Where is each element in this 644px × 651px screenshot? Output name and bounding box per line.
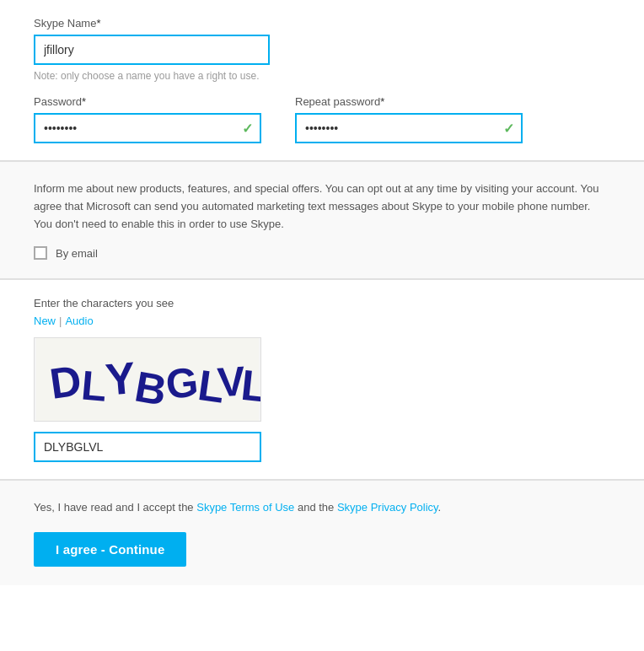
password-input-wrap: ✓ xyxy=(34,113,261,143)
agreement-text-before: Yes, I have read and I accept the xyxy=(34,501,196,514)
skype-name-label-text: Skype Name xyxy=(34,17,96,30)
captcha-separator: | xyxy=(59,315,62,327)
email-checkbox[interactable] xyxy=(34,246,47,260)
repeat-password-input[interactable] xyxy=(295,113,523,143)
svg-text:G: G xyxy=(164,359,201,408)
agreement-text: Yes, I have read and I accept the Skype … xyxy=(34,499,610,517)
terms-link[interactable]: Skype Terms of Use xyxy=(196,501,294,514)
agreement-text-after: . xyxy=(438,501,442,514)
credentials-section: Skype Name* Note: only choose a name you… xyxy=(0,0,644,161)
agree-continue-button[interactable]: I agree - Continue xyxy=(34,532,186,567)
captcha-section: Enter the characters you see New|Audio D… xyxy=(0,279,644,480)
password-label: Password* xyxy=(34,95,261,108)
privacy-link[interactable]: Skype Privacy Policy xyxy=(337,501,438,514)
repeat-password-label: Repeat password* xyxy=(295,95,523,108)
email-checkbox-label: By email xyxy=(56,247,98,260)
password-checkmark: ✓ xyxy=(242,121,253,137)
skype-name-label: Skype Name* xyxy=(34,17,610,30)
repeat-password-input-wrap: ✓ xyxy=(295,113,523,143)
skype-name-note: Note: only choose a name you have a righ… xyxy=(34,70,610,82)
captcha-image: D L Y B G L V L xyxy=(34,337,261,422)
captcha-links: New|Audio xyxy=(34,315,610,327)
password-field: Password* ✓ xyxy=(34,95,261,143)
marketing-section: Inform me about new products, features, … xyxy=(0,161,644,279)
svg-text:Y: Y xyxy=(104,352,137,405)
password-label-text: Password xyxy=(34,95,82,108)
password-input[interactable] xyxy=(34,113,261,143)
repeat-password-checkmark: ✓ xyxy=(503,121,514,137)
captcha-audio-link[interactable]: Audio xyxy=(65,315,93,327)
agreement-text-middle: and the xyxy=(294,501,337,514)
agreement-section: Yes, I have read and I accept the Skype … xyxy=(0,480,644,585)
password-row: Password* ✓ Repeat password* ✓ xyxy=(34,95,610,143)
repeat-password-field: Repeat password* ✓ xyxy=(295,95,523,143)
captcha-svg: D L Y B G L V L xyxy=(35,338,260,421)
captcha-input[interactable] xyxy=(34,432,261,462)
repeat-password-label-text: Repeat password xyxy=(295,95,380,108)
skype-name-input[interactable] xyxy=(34,35,270,65)
captcha-title: Enter the characters you see xyxy=(34,297,610,309)
captcha-new-link[interactable]: New xyxy=(34,315,56,327)
email-checkbox-row: By email xyxy=(34,246,610,260)
marketing-text: Inform me about new products, features, … xyxy=(34,180,610,233)
